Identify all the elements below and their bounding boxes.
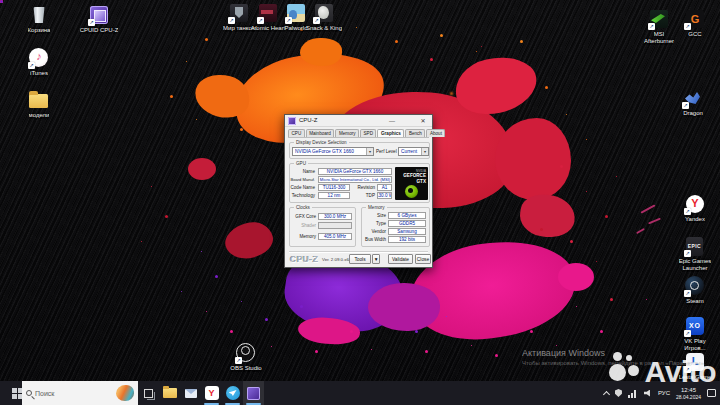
telegram-icon [226, 386, 240, 400]
group-label: Display Device Selection [294, 140, 349, 146]
desktop: Корзина CPUID CPU-Z iTunes модели Мир та… [0, 0, 720, 405]
shader-label: Shader [290, 222, 316, 229]
tab-about[interactable]: About [426, 129, 445, 137]
desktop-icon-gcc[interactable]: G GCC [668, 9, 720, 38]
icon-label: VK Play [684, 338, 705, 345]
icon-label: Yandex [685, 216, 705, 223]
minimize-button[interactable]: — [385, 115, 399, 127]
geforce-gtx-badge-icon: NVIDIA GEFORCE GTX [395, 167, 428, 200]
perf-level-label: Perf Level [376, 148, 396, 155]
search-highlight-icon [116, 385, 134, 401]
tab-spd[interactable]: SPD [360, 129, 376, 137]
mail-button[interactable] [180, 381, 201, 405]
yandex-browser-button[interactable]: Y [201, 381, 222, 405]
desktop-icon-snack-king[interactable]: Snack & King [297, 3, 351, 32]
size-label: Size [362, 212, 386, 219]
tdp-label: TDP [350, 192, 375, 199]
tools-dropdown-icon[interactable]: ▼ [372, 254, 380, 264]
cpuz-titlebar[interactable]: CPU-Z — ✕ [285, 115, 432, 127]
folder-icon [29, 90, 49, 110]
group-label: Clocks [294, 205, 312, 211]
desktop-icon-vk-play[interactable]: XO VK Play Игров... [668, 316, 720, 352]
desktop-icon-yandex[interactable]: Y Yandex [668, 194, 720, 223]
chevron-down-icon[interactable]: ▼ [366, 148, 373, 155]
epic-games-icon: EPIC [685, 236, 705, 256]
icon-label: Launcher [682, 265, 707, 272]
tab-cpu[interactable]: CPU [288, 129, 305, 137]
snack-king-icon [314, 3, 334, 23]
icon-label: Snack & King [306, 25, 342, 32]
board-manuf-label: Board Manuf. [290, 176, 315, 183]
desktop-icon-epic-games[interactable]: EPIC Epic Games Launcher [668, 236, 720, 272]
tab-bench[interactable]: Bench [405, 129, 425, 137]
tab-mainboard[interactable]: Mainboard [306, 129, 335, 137]
icon-label: CPUID CPU-Z [80, 27, 119, 34]
nvidia-eye-icon [405, 185, 418, 198]
desktop-icon-steam[interactable]: Steam [668, 276, 720, 305]
gpu-group: GPU Name NVIDIA GeForce GTX 1660 Board M… [289, 163, 430, 203]
icon-label: OBS Studio [230, 365, 261, 372]
cpuz-taskbar-button[interactable] [243, 381, 264, 405]
bus-width-label: Bus Width [362, 236, 386, 243]
search-input[interactable]: Поиск [22, 381, 138, 405]
device-select-value: NVIDIA GeForce GTX 1660 [295, 149, 354, 154]
windows-logo-icon [12, 388, 17, 393]
gcc-icon: G [685, 9, 705, 29]
cpuz-icon [247, 387, 260, 400]
clock-date: 28.04.2024 [676, 394, 701, 400]
icon-label: Steam [686, 298, 703, 305]
chevron-down-icon[interactable]: ▼ [421, 148, 428, 155]
msi-afterburner-icon [649, 9, 669, 29]
desktop-icon-obs-studio[interactable]: OBS Studio [219, 343, 273, 372]
icon-label: Epic Games [679, 258, 712, 265]
icon-label: Dragon [683, 110, 703, 117]
gpu-name-value: NVIDIA GeForce GTX 1660 [318, 168, 392, 175]
cpuz-tab-strip: CPU Mainboard Memory SPD Graphics Bench … [288, 129, 429, 138]
group-label: Memory [366, 205, 387, 211]
start-button[interactable] [0, 381, 22, 405]
gfx-core-value: 300.0 MHz [318, 213, 352, 220]
task-view-button[interactable] [138, 381, 159, 405]
cpuz-window-icon [288, 117, 296, 125]
code-name-label: Code Name [290, 184, 315, 191]
obs-studio-icon [236, 343, 256, 363]
shader-value [318, 222, 352, 229]
yandex-browser-icon: Y [205, 386, 219, 400]
vendor-label: Vendor [362, 228, 386, 235]
tab-graphics[interactable]: Graphics [377, 129, 404, 137]
file-explorer-button[interactable] [159, 381, 180, 405]
steam-icon [685, 276, 705, 296]
vendor-value: Samsung [388, 228, 426, 235]
desktop-icon-itunes[interactable]: iTunes [12, 48, 66, 77]
type-value: GDDR5 [388, 220, 426, 227]
icon-label: модели [29, 112, 50, 119]
size-value: 6 GBytes [388, 212, 426, 219]
icon-label: MSI [654, 31, 665, 38]
display-device-selection-group: Display Device Selection NVIDIA GeForce … [289, 142, 430, 159]
tab-memory[interactable]: Memory [335, 129, 359, 137]
version-text: Ver. 2.09.0.x64 [322, 257, 351, 262]
desktop-icon-folder[interactable]: модели [12, 90, 66, 119]
group-label: GPU [294, 161, 308, 167]
cpuz-window-title: CPU-Z [299, 117, 317, 123]
tools-button[interactable]: Tools [349, 254, 371, 264]
validate-button[interactable]: Validate [388, 254, 413, 264]
icon-label: Afterburner [644, 38, 674, 45]
close-button[interactable]: Close [415, 254, 431, 264]
desktop-icon-dragon[interactable]: Dragon [666, 88, 720, 117]
technology-value: 12 nm [318, 192, 350, 199]
perf-level-select[interactable]: Current ▼ [398, 147, 429, 156]
tdp-value: 130.0 W [377, 192, 392, 199]
close-icon[interactable]: ✕ [416, 115, 430, 127]
gfx-core-label: GFX Core [290, 213, 316, 220]
icon-label: iTunes [30, 70, 48, 77]
itunes-icon [29, 48, 49, 68]
name-label: Name [290, 168, 315, 175]
desktop-icon-recycle-bin[interactable]: Корзина [12, 5, 66, 34]
type-label: Type [362, 220, 386, 227]
telegram-button[interactable] [222, 381, 243, 405]
device-select[interactable]: NVIDIA GeForce GTX 1660 ▼ [292, 147, 374, 156]
mail-icon [185, 389, 197, 398]
revision-value: A1 [377, 184, 392, 191]
desktop-icon-cpuz[interactable]: CPUID CPU-Z [72, 5, 126, 34]
